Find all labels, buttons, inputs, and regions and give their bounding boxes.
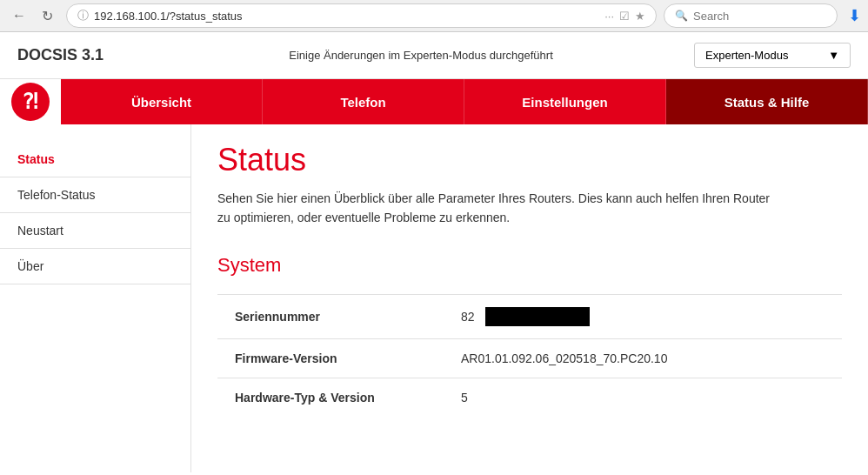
main-navigation: ⁈ Übersicht Telefon Einstellungen Status… bbox=[0, 79, 868, 124]
nav-item-einstellungen[interactable]: Einstellungen bbox=[464, 79, 666, 124]
security-icon: ⓘ bbox=[77, 8, 89, 23]
redacted-value bbox=[485, 307, 590, 326]
value-hardware: 5 bbox=[461, 391, 468, 405]
back-button[interactable]: ← bbox=[7, 3, 31, 28]
page-description: Sehen Sie hier einen Überblick über alle… bbox=[217, 189, 774, 228]
expert-dropdown-label: Experten-Modus bbox=[705, 49, 788, 62]
search-icon: 🔍 bbox=[675, 10, 688, 22]
sidebar: Status Telefon-Status Neustart Über bbox=[0, 124, 191, 472]
sidebar-item-status[interactable]: Status bbox=[0, 142, 190, 177]
star-icon: ★ bbox=[635, 10, 645, 23]
dots-icon: ··· bbox=[604, 10, 614, 23]
browser-toolbar: ← ↻ ⓘ ··· ☑ ★ 🔍 ⬇ bbox=[0, 0, 868, 31]
sidebar-item-uber[interactable]: Über bbox=[0, 249, 190, 284]
section-title-system: System bbox=[217, 254, 842, 277]
vodafone-icon: ⁈ bbox=[11, 83, 50, 121]
table-row-seriennummer: Seriennummer 82 bbox=[217, 294, 842, 338]
value-prefix-seriennummer: 82 bbox=[461, 310, 475, 324]
nav-item-ubersicht[interactable]: Übersicht bbox=[61, 79, 263, 124]
url-input[interactable] bbox=[94, 10, 599, 23]
value-firmware: AR01.01.092.06_020518_70.PC20.10 bbox=[461, 351, 667, 365]
label-hardware: Hardware-Typ & Version bbox=[217, 391, 461, 405]
page-header: DOCSIS 3.1 Einige Änderungen im Experten… bbox=[0, 32, 868, 79]
label-seriennummer: Seriennummer bbox=[217, 310, 461, 324]
value-seriennummer: 82 bbox=[461, 307, 590, 326]
docsis-title: DOCSIS 3.1 bbox=[17, 46, 148, 64]
shield-icon: ☑ bbox=[619, 10, 630, 23]
forward-button[interactable]: ↻ bbox=[35, 3, 59, 28]
nav-item-telefon[interactable]: Telefon bbox=[263, 79, 464, 124]
nav-items: Übersicht Telefon Einstellungen Status &… bbox=[61, 79, 868, 124]
expert-notice: Einige Änderungen im Experten-Modus durc… bbox=[165, 49, 677, 62]
label-firmware: Firmware-Version bbox=[217, 351, 461, 365]
address-bar-icons: ··· ☑ ★ bbox=[604, 10, 645, 23]
nav-item-status-hilfe[interactable]: Status & Hilfe bbox=[666, 79, 868, 124]
firmware-value: AR01.01.092.06_020518_70.PC20.10 bbox=[461, 351, 667, 365]
content-area: Status Telefon-Status Neustart Über Stat… bbox=[0, 124, 868, 472]
sidebar-item-telefon-status[interactable]: Telefon-Status bbox=[0, 177, 190, 213]
download-icon: ⬇ bbox=[848, 6, 861, 25]
sidebar-item-neustart[interactable]: Neustart bbox=[0, 213, 190, 249]
address-bar: ⓘ ··· ☑ ★ bbox=[66, 3, 657, 28]
nav-buttons: ← ↻ bbox=[7, 3, 59, 28]
search-input[interactable] bbox=[693, 10, 815, 23]
chevron-down-icon: ▼ bbox=[828, 49, 839, 62]
main-content: Status Sehen Sie hier einen Überblick üb… bbox=[191, 124, 868, 472]
search-bar: 🔍 bbox=[664, 3, 838, 28]
vodafone-logo: ⁈ bbox=[0, 79, 61, 124]
browser-chrome: ← ↻ ⓘ ··· ☑ ★ 🔍 ⬇ bbox=[0, 0, 868, 32]
table-row-firmware: Firmware-Version AR01.01.092.06_020518_7… bbox=[217, 338, 842, 378]
expert-mode-dropdown[interactable]: Experten-Modus ▼ bbox=[694, 43, 851, 68]
table-row-hardware: Hardware-Typ & Version 5 bbox=[217, 378, 842, 417]
page-title: Status bbox=[217, 142, 842, 178]
hardware-value: 5 bbox=[461, 391, 468, 405]
